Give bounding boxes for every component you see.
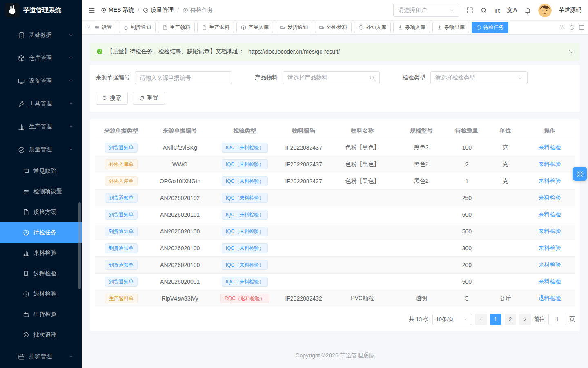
sidebar-subitem[interactable]: 出货检验 (0, 304, 82, 325)
tab-item[interactable]: 杂项出库 (432, 22, 469, 33)
qty-cell: 300 (448, 240, 486, 256)
action-link[interactable]: 来料检验 (538, 211, 561, 218)
collapse-sidebar-button[interactable] (88, 7, 95, 14)
goto-page-input[interactable] (548, 314, 566, 325)
breadcrumb-item[interactable]: 待检任务 (183, 7, 213, 14)
source-no-cell: AN2026020001 (147, 273, 212, 290)
material-code-cell (277, 273, 330, 290)
unit-cell (486, 189, 524, 206)
sidebar-subitem[interactable]: 质检方案 (0, 202, 82, 222)
bookmark-icon (23, 270, 29, 277)
locale-button[interactable]: 文A (507, 7, 517, 14)
tabs-refresh-button[interactable] (569, 25, 575, 31)
inspect-type-tag: IQC（来料检验） (222, 193, 268, 203)
action-link[interactable]: 来料检验 (538, 245, 561, 251)
tab-item[interactable]: 外协入库 (354, 22, 391, 33)
product-material-select[interactable]: 请选择产品物料 (283, 71, 380, 84)
fullscreen-icon (466, 7, 473, 14)
app-logo[interactable]: 芋道管理系统 (0, 0, 82, 20)
sidebar-item[interactable]: 生产管理 (0, 115, 82, 138)
breadcrumb-separator: / (138, 7, 139, 13)
sidebar-item-label: 质量管理 (29, 146, 65, 153)
alert-close-button[interactable] (568, 49, 573, 54)
sidebar-subitem[interactable]: 待检任务 (0, 222, 82, 243)
tenant-select-placeholder: 请选择租户 (398, 7, 446, 14)
action-link[interactable]: 来料检验 (538, 228, 561, 234)
notification-button[interactable] (524, 7, 531, 14)
theme-settings-button[interactable] (573, 167, 587, 181)
sidebar-item[interactable]: 排班管理 (0, 345, 82, 368)
tabs-scroll-left-button[interactable] (85, 25, 91, 31)
alert-doc-link[interactable]: https://doc.iocoder.cn/mes/qc-result/ (248, 48, 340, 55)
sidebar-item[interactable]: 基础数据 (0, 24, 82, 47)
sidebar-item[interactable]: 工具管理 (0, 92, 82, 115)
tab-item[interactable]: 杂项入库 (393, 22, 430, 33)
download-icon (398, 25, 403, 30)
sidebar-subitem[interactable]: 退料检验 (0, 284, 82, 304)
action-link[interactable]: 来料检验 (538, 278, 561, 285)
sidebar-subitem[interactable]: 检测项设置 (0, 182, 82, 202)
box-icon (18, 55, 25, 62)
prev-page-button[interactable] (475, 314, 487, 325)
sidebar-subitem[interactable]: 过程检验 (0, 263, 82, 284)
bell-icon (123, 25, 129, 30)
sidebar-subitem[interactable]: 批次追溯 (0, 325, 82, 345)
sidebar-item[interactable]: 质量管理 (0, 138, 82, 161)
page-size-select[interactable]: 10条/页 (432, 314, 472, 325)
inspect-type-select[interactable]: 请选择检验类型 (430, 71, 528, 84)
source-no-input[interactable] (135, 71, 232, 84)
source-no-cell: ANiiCf2vlSKg (147, 139, 212, 156)
tab-item[interactable]: 发货通知 (276, 22, 312, 33)
product-material-placeholder: 请选择产品物料 (287, 74, 366, 81)
bag-icon (23, 311, 29, 318)
sidebar-subitem-label: 常见缺陷 (33, 168, 74, 175)
search-button[interactable]: 搜索 (96, 92, 128, 105)
user-avatar[interactable] (538, 4, 552, 17)
search-menu-button[interactable] (480, 7, 487, 14)
action-link[interactable]: 来料检验 (538, 144, 561, 150)
font-size-button[interactable]: Tt (494, 7, 500, 14)
sidebar-scrollbar[interactable] (78, 202, 81, 289)
tab-item[interactable]: 待检任务 (472, 22, 508, 33)
sidebar-item[interactable]: 设备管理 (0, 70, 82, 92)
sidebar-item[interactable]: 仓库管理 (0, 47, 82, 70)
page-button[interactable]: 1 (490, 314, 501, 325)
tabs-layout-button[interactable] (579, 25, 585, 31)
source-no-cell: WWO (147, 156, 212, 173)
tab-item[interactable]: 到货通知 (119, 22, 156, 33)
source-type-tag: 到货通知单 (105, 193, 138, 203)
tabs-scroll-right-button[interactable] (559, 25, 565, 31)
tab-item[interactable]: 生产退料 (197, 22, 234, 33)
table-row: 到货通知单AN2026020001IQC（来料检验）500来料检验 (95, 273, 575, 290)
action-link[interactable]: 来料检验 (538, 194, 561, 201)
breadcrumb-item[interactable]: 质量管理 (143, 7, 174, 14)
inspect-type-placeholder: 请选择检验类型 (435, 74, 514, 81)
tab-item[interactable]: 生产领料 (158, 22, 195, 33)
fullscreen-button[interactable] (466, 7, 473, 14)
top-navbar: MES 系统/质量管理/待检任务 请选择租户 Tt 文A (82, 0, 588, 20)
source-no-cell: AN2026020100 (147, 240, 212, 256)
material-code-cell (277, 206, 330, 223)
tenant-select[interactable]: 请选择租户 (393, 4, 459, 17)
tab-item[interactable]: 设置 (95, 22, 116, 33)
breadcrumb: MES 系统/质量管理/待检任务 (101, 7, 213, 14)
action-link[interactable]: 来料检验 (538, 161, 561, 167)
sidebar-item-label: 设备管理 (29, 77, 65, 85)
user-name[interactable]: 芋道源码 (559, 7, 581, 14)
badge-icon (18, 146, 25, 153)
next-page-button[interactable] (519, 314, 531, 325)
tab-item[interactable]: 产品入库 (236, 22, 273, 33)
action-link[interactable]: 来料检验 (538, 177, 561, 184)
material-name-cell (330, 223, 395, 240)
breadcrumb-item[interactable]: MES 系统 (101, 7, 134, 14)
reset-button[interactable]: 重置 (133, 92, 165, 105)
page-button[interactable]: 2 (505, 314, 516, 325)
action-link[interactable]: 来料检验 (538, 261, 561, 268)
tabs-bar: 设置到货通知生产领料生产退料产品入库发货通知外协发料外协入库杂项入库杂项出库待检… (82, 20, 588, 35)
action-link[interactable]: 退料检验 (538, 295, 561, 301)
qty-cell: 200 (448, 256, 486, 273)
sidebar-subitem[interactable]: 来料检验 (0, 243, 82, 263)
qty-cell: 100 (448, 139, 486, 156)
tab-item[interactable]: 外协发料 (315, 22, 352, 33)
sidebar-subitem[interactable]: 常见缺陷 (0, 161, 82, 182)
